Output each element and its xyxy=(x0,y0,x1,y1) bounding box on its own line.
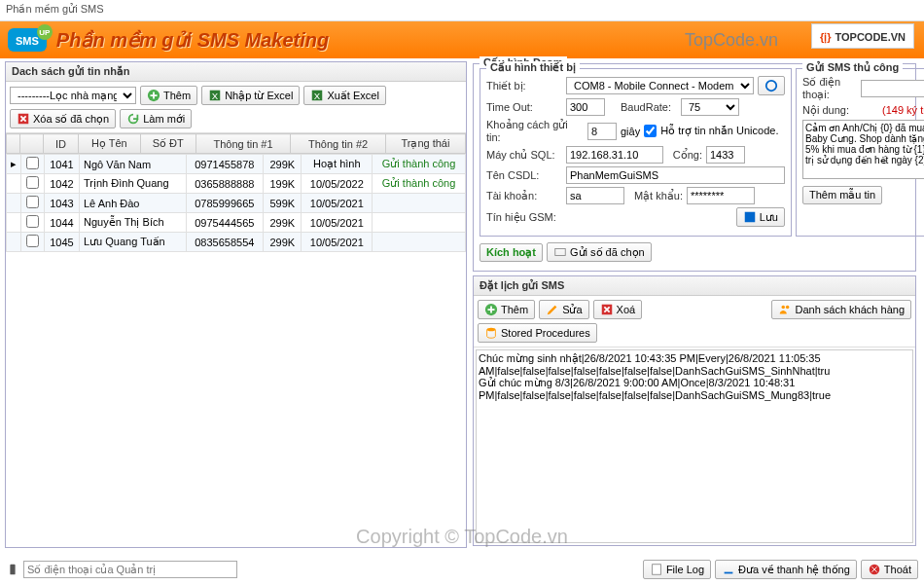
exit-icon xyxy=(868,563,881,576)
svg-rect-15 xyxy=(10,565,15,575)
sql-label: Máy chủ SQL: xyxy=(486,149,562,162)
manual-phone-label: Số điện thoại: xyxy=(802,76,857,101)
send-selected-button[interactable]: Gửi số đã chọn xyxy=(547,242,652,262)
timeout-input[interactable] xyxy=(566,98,605,116)
row-checkbox[interactable] xyxy=(26,157,39,169)
schedule-delete-button[interactable]: Xoá xyxy=(593,300,643,319)
unicode-checkbox[interactable] xyxy=(644,125,657,137)
row-checkbox[interactable] xyxy=(26,235,39,247)
baud-select[interactable]: 75 xyxy=(681,98,739,116)
user-label: Tài khoản: xyxy=(486,190,562,202)
sql-input[interactable] xyxy=(566,146,663,164)
window-titlebar: Phần mềm gửi SMS xyxy=(0,0,924,21)
plus-icon xyxy=(484,303,498,316)
column-header[interactable]: Trạng thái xyxy=(385,134,465,154)
refresh-button[interactable]: Làm mới xyxy=(120,109,192,128)
manual-content-textarea[interactable]: Cảm ơn Anh/Chị {0} đã mua hàng tại Shop … xyxy=(802,120,924,179)
contacts-panel: Dach sách gửi tin nhắn ---------Lọc nhà … xyxy=(5,61,467,548)
svg-point-12 xyxy=(782,306,786,310)
save-icon xyxy=(743,210,757,224)
row-checkbox[interactable] xyxy=(26,176,39,189)
unicode-label: Hỗ trợ tin nhắn Unicode. xyxy=(660,125,778,137)
schedule-add-button[interactable]: Thêm xyxy=(478,300,535,319)
svg-rect-16 xyxy=(653,565,661,575)
db-input[interactable] xyxy=(566,166,785,184)
row-checkbox[interactable] xyxy=(26,196,39,208)
import-excel-button[interactable]: XNhập từ Excel xyxy=(201,86,300,105)
table-row[interactable]: ▸1041Ngô Văn Nam0971455878299KHoạt hìnhG… xyxy=(7,155,466,174)
topcode-watermark: TopCode.vn xyxy=(685,30,778,51)
column-header[interactable]: Số ĐT xyxy=(140,134,195,154)
port-input[interactable] xyxy=(706,146,745,164)
svg-text:X: X xyxy=(314,91,321,101)
pass-input[interactable] xyxy=(687,187,755,204)
column-header[interactable]: Thông tin #2 xyxy=(291,134,386,154)
db-label: Tên CSDL: xyxy=(486,169,562,181)
activate-button[interactable]: Kích hoạt xyxy=(480,243,543,262)
file-log-button[interactable]: File Log xyxy=(643,560,711,579)
excel-export-icon: X xyxy=(310,89,324,102)
schedule-panel: Đặt lịch gửi SMS Thêm Sửa Xoá Danh sách … xyxy=(473,275,916,546)
users-icon xyxy=(778,303,792,316)
seconds-label: giây xyxy=(621,126,640,137)
device-select[interactable]: COM8 - Mobile Connect - Modem xyxy=(566,77,754,94)
exit-button[interactable]: Thoát xyxy=(861,560,918,579)
column-header[interactable]: Thông tin #1 xyxy=(195,134,291,154)
port-label: Cổng: xyxy=(667,149,702,162)
table-row[interactable]: 1045Lưu Quang Tuấn0835658554299K10/05/20… xyxy=(7,233,466,252)
svg-rect-7 xyxy=(745,212,756,223)
footer-bar: File Log Đưa về thanh hệ thống Thoát xyxy=(6,558,918,581)
schedule-item[interactable]: Gửi chúc mừng 8/3|26/8/2021 9:00:00 AM|O… xyxy=(479,377,910,401)
banner-title: Phần mềm gửi SMS Maketing xyxy=(56,28,329,52)
add-template-button[interactable]: Thêm mẫu tin xyxy=(802,186,882,204)
save-config-button[interactable]: Lưu xyxy=(736,207,785,227)
column-header[interactable]: Họ Tên xyxy=(79,134,141,154)
refresh-icon xyxy=(126,112,140,126)
dcom-config-panel: Cấu hình Dcom Cấu hình thiết bị Thiết bị… xyxy=(473,63,916,272)
header-banner: SMSUP Phần mềm gửi SMS Maketing TopCode.… xyxy=(0,21,924,58)
column-header[interactable]: ID xyxy=(44,134,79,154)
mail-icon xyxy=(553,245,567,259)
contacts-table: IDHọ TênSố ĐTThông tin #1Thông tin #2Trạ… xyxy=(6,133,466,154)
manual-phone-input[interactable] xyxy=(861,80,924,97)
schedule-list[interactable]: Chúc mừng sinh nhật|26/8/2021 10:43:35 P… xyxy=(476,349,913,543)
excel-import-icon: X xyxy=(208,89,222,102)
gsm-label: Tín hiệu GSM: xyxy=(486,211,562,224)
carrier-filter[interactable]: ---------Lọc nhà mạng--------- xyxy=(10,87,136,104)
device-refresh-button[interactable] xyxy=(758,76,785,95)
column-header[interactable] xyxy=(20,134,44,154)
delete-icon xyxy=(600,303,614,316)
table-row[interactable]: 1043Lê Anh Đào0785999665599K10/05/2021 xyxy=(7,194,466,213)
logo-sms: SMSUP xyxy=(8,28,47,52)
add-button[interactable]: Thêm xyxy=(140,86,197,105)
table-row[interactable]: 1042Trịnh Đình Quang0365888888199K10/05/… xyxy=(7,174,466,194)
column-header[interactable] xyxy=(7,134,20,154)
logo-up-badge: UP xyxy=(37,24,53,40)
export-excel-button[interactable]: XXuất Excel xyxy=(303,86,385,105)
gap-input[interactable] xyxy=(587,123,617,140)
manual-content-label: Nội dung: xyxy=(802,104,878,117)
table-row[interactable]: 1044Nguyễn Thị Bích0975444565299K10/05/2… xyxy=(7,213,466,233)
schedule-edit-button[interactable]: Sửa xyxy=(539,300,588,319)
row-checkbox[interactable] xyxy=(26,215,39,228)
customers-button[interactable]: Danh sách khách hàng xyxy=(771,300,911,319)
schedule-item[interactable]: Chúc mừng sinh nhật|26/8/2021 10:43:35 P… xyxy=(479,352,910,377)
stored-procedures-button[interactable]: Stored Procedures xyxy=(478,323,597,343)
database-icon xyxy=(484,326,498,340)
to-tray-button[interactable]: Đưa về thanh hệ thống xyxy=(715,560,857,579)
svg-point-14 xyxy=(487,328,496,332)
file-icon xyxy=(650,563,663,576)
admin-phone-input[interactable] xyxy=(23,561,237,578)
svg-text:X: X xyxy=(212,91,219,101)
svg-rect-9 xyxy=(555,249,566,256)
plus-icon xyxy=(147,89,160,102)
user-input[interactable] xyxy=(566,187,624,204)
edit-icon xyxy=(546,303,559,316)
delete-selected-button[interactable]: Xóa số đã chọn xyxy=(10,109,116,128)
pass-label: Mật khẩu: xyxy=(628,190,683,202)
schedule-toolbar: Thêm Sửa Xoá Danh sách khách hàng Stored… xyxy=(474,296,915,347)
svg-point-6 xyxy=(766,81,777,91)
refresh-icon xyxy=(764,79,778,92)
contacts-toolbar: ---------Lọc nhà mạng--------- Thêm XNhậ… xyxy=(6,82,466,133)
gap-label: Khoảng cách gửi tin: xyxy=(486,119,584,143)
